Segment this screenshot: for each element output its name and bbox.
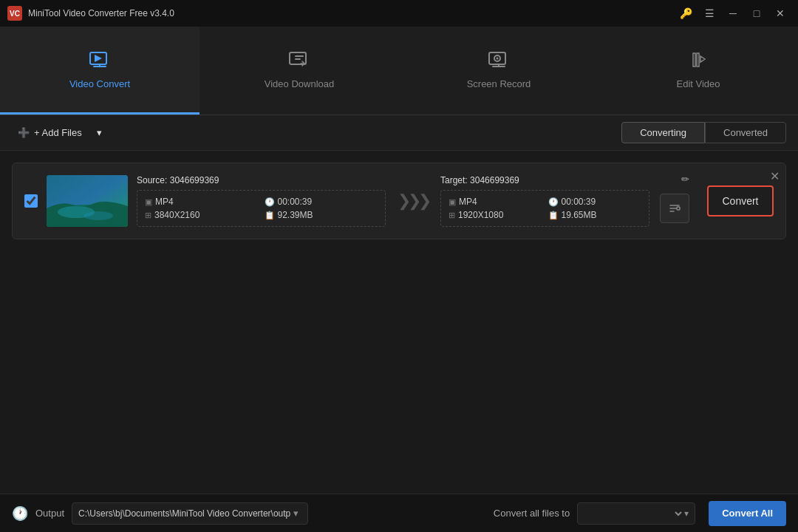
add-files-button[interactable]: ➕ + Add Files	[12, 124, 88, 141]
svg-rect-2	[99, 64, 100, 66]
target-resolution: 1920X1080	[458, 210, 503, 220]
source-format-row: ▣ MP4	[145, 197, 259, 207]
target-resolution-icon: ⊞	[449, 211, 455, 220]
sub-tabs: Converting Converted	[621, 122, 786, 143]
target-edit-button[interactable]: ✏	[681, 174, 689, 185]
screen-record-icon	[488, 50, 510, 72]
close-button[interactable]: ✕	[770, 6, 791, 21]
tab-screen-record-label: Screen Record	[467, 78, 531, 89]
tab-video-convert-label: Video Convert	[69, 78, 130, 89]
target-duration-row: 🕐 00:00:39	[548, 197, 642, 207]
toolbar: ➕ + Add Files ▾ Converting Converted	[0, 115, 798, 151]
target-info-box: ▣ MP4 🕐 00:00:39 ⊞ 1920X1080 📋	[440, 190, 649, 227]
bottombar: 🕐 Output ▾ Convert all files to ▾ Conver…	[0, 494, 798, 532]
conversion-arrows: ❯❯❯	[392, 191, 434, 211]
target-duration-icon: 🕐	[548, 197, 559, 207]
minimize-icon: ─	[729, 7, 737, 19]
titlebar-controls: 🔑 ☰ ─ □ ✕	[675, 6, 791, 21]
video-convert-icon	[89, 50, 111, 72]
edit-video-icon	[687, 50, 709, 72]
svg-point-13	[83, 211, 113, 220]
tab-screen-record[interactable]: Screen Record	[399, 27, 598, 115]
target-label: Target: 3046699369 ✏	[440, 175, 689, 185]
output-dropdown-arrow-icon: ▾	[293, 508, 299, 519]
source-size-row: 📋 92.39MB	[265, 210, 378, 220]
file-checkbox[interactable]	[24, 194, 38, 208]
card-close-button[interactable]: ✕	[770, 169, 780, 183]
close-icon: ✕	[776, 7, 785, 19]
target-block: Target: 3046699369 ✏ ▣ MP4 🕐 00:00:39	[440, 175, 689, 227]
titlebar-title: MiniTool Video Converter Free v3.4.0	[28, 8, 174, 18]
source-format: MP4	[155, 197, 174, 207]
source-duration-row: 🕐 00:00:39	[265, 197, 378, 207]
tab-video-download[interactable]: Video Download	[200, 27, 399, 115]
hamburger-icon: ☰	[705, 7, 715, 19]
target-resolution-row: ⊞ 1920X1080	[449, 210, 542, 220]
convert-button[interactable]: Convert	[707, 185, 774, 216]
maximize-button[interactable]: □	[746, 6, 767, 21]
target-size-row: 📋 19.65MB	[548, 210, 642, 220]
add-files-label: + Add Files	[34, 127, 82, 138]
output-path-wrapper: ▾	[72, 502, 308, 525]
target-format-row: ▣ MP4	[449, 197, 542, 207]
converting-tab[interactable]: Converting	[621, 122, 705, 143]
target-duration: 00:00:39	[562, 197, 596, 207]
size-icon: 📋	[265, 211, 275, 220]
tab-edit-video[interactable]: Edit Video	[598, 27, 798, 115]
source-info-box: ▣ MP4 🕐 00:00:39 ⊞ 3840X2160 📋 92.39MB	[137, 190, 386, 227]
svg-point-6	[497, 57, 499, 59]
svg-rect-14	[677, 207, 680, 210]
maximize-icon: □	[754, 7, 760, 19]
output-path-input[interactable]	[78, 508, 290, 519]
tab-video-convert[interactable]: Video Convert	[0, 27, 200, 115]
convert-all-label: Convert all files to	[494, 508, 570, 519]
tab-video-download-label: Video Download	[265, 78, 334, 89]
key-button[interactable]: 🔑	[675, 6, 696, 21]
app-logo: VC	[7, 6, 22, 21]
minimize-button[interactable]: ─	[723, 6, 743, 21]
source-resolution: 3840X2160	[154, 210, 200, 220]
file-thumbnail	[47, 175, 128, 227]
source-name: 3046699369	[170, 175, 219, 185]
target-size: 19.65MB	[562, 210, 597, 220]
convert-all-button[interactable]: Convert All	[709, 501, 786, 526]
convert-all-select[interactable]	[584, 508, 684, 519]
source-duration: 00:00:39	[278, 197, 313, 207]
dropdown-arrow-icon: ▾	[97, 127, 102, 138]
file-card: Source: 3046699369 ▣ MP4 🕐 00:00:39 ⊞ 38…	[12, 163, 786, 239]
card-close-icon: ✕	[770, 170, 780, 183]
target-size-icon: 📋	[548, 211, 559, 220]
file-info: Source: 3046699369 ▣ MP4 🕐 00:00:39 ⊞ 38…	[137, 175, 689, 227]
target-name: 3046699369	[470, 175, 519, 185]
titlebar-left: VC MiniTool Video Converter Free v3.4.0	[7, 6, 174, 21]
svg-rect-8	[498, 64, 499, 66]
resolution-icon: ⊞	[145, 211, 151, 220]
tab-edit-video-label: Edit Video	[676, 78, 720, 89]
output-label: Output	[35, 508, 64, 519]
format-icon: ▣	[145, 197, 152, 207]
add-files-dropdown-button[interactable]: ▾	[94, 124, 105, 141]
duration-icon: 🕐	[265, 197, 275, 207]
target-settings-button[interactable]	[660, 194, 689, 223]
hamburger-button[interactable]: ☰	[699, 6, 720, 21]
output-path-dropdown-button[interactable]: ▾	[290, 506, 301, 520]
convert-all-select-arrow-icon: ▾	[684, 508, 689, 519]
source-size: 92.39MB	[278, 210, 313, 220]
source-block: Source: 3046699369 ▣ MP4 🕐 00:00:39 ⊞ 38…	[137, 175, 386, 227]
add-icon: ➕	[18, 127, 30, 138]
nav-bar: Video Convert Video Download Screen Reco…	[0, 27, 798, 115]
titlebar: VC MiniTool Video Converter Free v3.4.0 …	[0, 0, 798, 27]
main-content: Source: 3046699369 ▣ MP4 🕐 00:00:39 ⊞ 38…	[0, 151, 798, 494]
video-download-icon	[288, 50, 310, 72]
target-format-icon: ▣	[449, 197, 456, 207]
source-label: Source: 3046699369	[137, 175, 386, 185]
convert-all-select-wrapper: ▾	[577, 502, 695, 525]
converted-tab[interactable]: Converted	[705, 122, 786, 143]
target-format: MP4	[459, 197, 477, 207]
output-clock-icon: 🕐	[12, 505, 28, 522]
source-resolution-row: ⊞ 3840X2160	[145, 210, 259, 220]
